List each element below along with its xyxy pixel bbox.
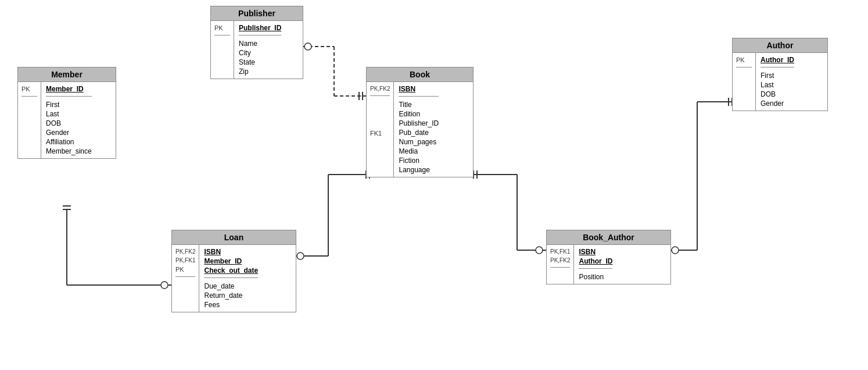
- member-title: Member: [18, 67, 116, 82]
- publisher-entity: Publisher PK Publisher_ID Name City Stat…: [210, 6, 303, 79]
- ba-pk-label-2: PK,FK2: [550, 256, 570, 265]
- member-pk-label: PK: [21, 84, 37, 94]
- loan-title: Loan: [172, 230, 296, 245]
- member-pk-field: Member_ID: [46, 84, 92, 94]
- erd-diagram: Member PK Member_ID First Last DOB Gende…: [0, 0, 868, 370]
- author-pk-label: PK: [736, 55, 752, 65]
- book-pk-label: PK,FK2: [370, 84, 390, 93]
- svg-point-20: [536, 247, 543, 254]
- publisher-title: Publisher: [211, 6, 303, 21]
- loan-pk-field-1: ISBN: [204, 247, 258, 257]
- book-entity: Book PK,FK2 FK1 ISBN Title Edition Publi…: [366, 67, 474, 177]
- svg-point-3: [304, 43, 311, 50]
- ba-pk-field-2: Author_ID: [579, 257, 612, 266]
- book-title: Book: [367, 67, 473, 82]
- book-author-entity: Book_Author PK,FK1 PK,FK2 ISBN Author_ID…: [546, 230, 671, 284]
- ba-pk-field-1: ISBN: [579, 247, 612, 257]
- loan-pk-label-2: PK,FK1: [175, 256, 195, 265]
- publisher-pk-label: PK: [214, 23, 230, 33]
- book-pk-field: ISBN: [399, 84, 439, 94]
- loan-pk-label-1: PK,FK2: [175, 247, 195, 256]
- loan-entity: Loan PK,FK2 PK,FK1 PK ISBN Member_ID Che…: [171, 230, 296, 312]
- author-pk-field: Author_ID: [761, 55, 794, 65]
- ba-pk-label-1: PK,FK1: [550, 247, 570, 256]
- loan-pk-field-3: Check_out_date: [204, 266, 258, 275]
- author-title: Author: [733, 38, 827, 53]
- author-entity: Author PK Author_ID First Last DOB Gende…: [732, 38, 828, 111]
- book-fk-label: FK1: [370, 129, 390, 138]
- member-entity: Member PK Member_ID First Last DOB Gende…: [17, 67, 116, 159]
- loan-pk-field-2: Member_ID: [204, 257, 258, 266]
- publisher-pk-field: Publisher_ID: [239, 23, 281, 33]
- svg-point-12: [297, 252, 304, 259]
- book-author-title: Book_Author: [547, 230, 670, 245]
- svg-point-35: [161, 282, 168, 289]
- loan-pk-label-3: PK: [175, 265, 195, 274]
- svg-point-28: [672, 247, 679, 254]
